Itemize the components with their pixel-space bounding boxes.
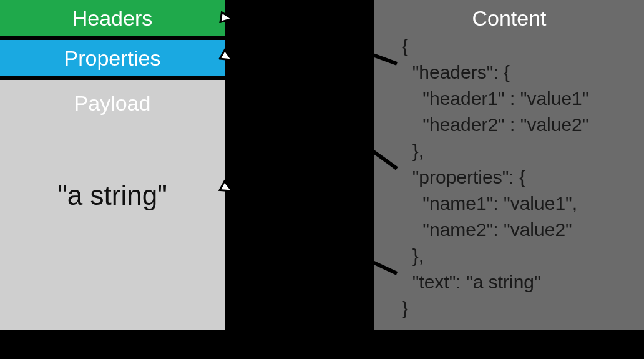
content-panel: Content { "headers": { "header1" : "valu…: [374, 0, 644, 330]
properties-label: Properties: [64, 46, 161, 70]
message-structure-column: Headers Properties Payload "a string": [0, 0, 225, 330]
properties-block: Properties: [0, 40, 225, 76]
headers-block: Headers: [0, 0, 225, 36]
json-body: { "headers": { "header1" : "value1" "hea…: [374, 33, 644, 322]
headers-label: Headers: [72, 6, 153, 30]
arrow-text: [231, 190, 397, 273]
payload-label: Payload: [0, 80, 225, 116]
arrow-properties: [231, 59, 397, 169]
payload-block: Payload "a string": [0, 80, 225, 330]
content-title: Content: [374, 0, 644, 33]
arrow-headers: [231, 19, 397, 64]
payload-value: "a string": [0, 180, 225, 211]
